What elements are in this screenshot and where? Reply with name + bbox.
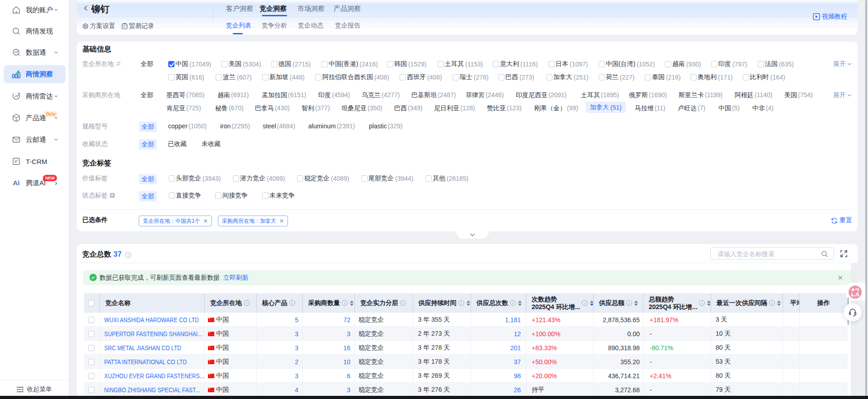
svg-text:A: A bbox=[855, 291, 859, 298]
